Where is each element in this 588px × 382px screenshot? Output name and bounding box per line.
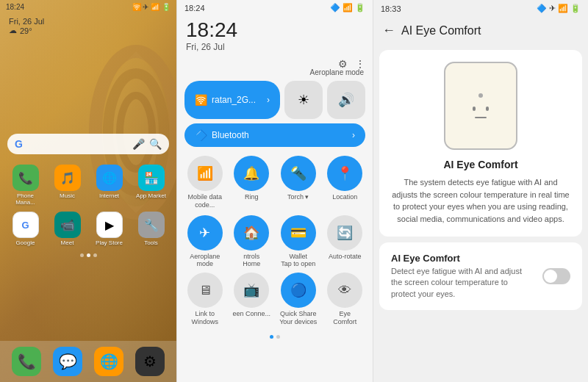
- app-market-icon: 🏪: [138, 165, 165, 191]
- qs-torch[interactable]: 🔦 Torch ▾: [278, 156, 319, 209]
- app-google-icon: G: [12, 212, 39, 238]
- qs-location[interactable]: 📍 Location: [325, 156, 366, 209]
- app-phone-manager[interactable]: 📞 Phone Mana...: [7, 165, 43, 206]
- home-search-bar[interactable]: G 🎤 🔍: [7, 134, 169, 154]
- dock-chrome[interactable]: 🌐: [94, 347, 123, 376]
- aeroplane-icon: ✈: [187, 215, 223, 251]
- ai-card-desc: The system detects eye fatigue with AI a…: [391, 176, 570, 225]
- qs-eye-comfort[interactable]: 👁 EyeComfort: [325, 273, 366, 326]
- home-screen-panel: 18:24 🛜 ✈ 📶 🔋 Fri, 26 Jul ☁ 29° G 🎤 🔍 📞 …: [0, 0, 176, 382]
- google-logo: G: [15, 138, 23, 150]
- qs-wallet[interactable]: 💳 WalletTap to open: [278, 215, 319, 269]
- ai-setting-text: AI Eye Comfort Detect eye fatigue with A…: [391, 253, 534, 300]
- quick-share-label: Quick ShareYour devices: [279, 310, 317, 326]
- mobile-data-icon: 📶: [187, 156, 223, 191]
- home-dock: 📞 💬 🌐 ⚙: [0, 341, 176, 382]
- app-internet-label: Internet: [99, 192, 119, 199]
- qs-tiles-section: 🛜 ratan_2G... › ☀ 🔊 🔷 Bluetooth ›: [177, 76, 373, 151]
- qs-autorotate[interactable]: 🔄 Auto-rotate: [325, 215, 366, 269]
- qs-time-small: 18:24: [184, 4, 205, 12]
- qs-dot-1: [270, 335, 273, 339]
- home-time: 18:24: [6, 3, 24, 11]
- qs-row-wifi: 🛜 ratan_2G... › ☀ 🔊: [184, 81, 365, 119]
- qs-brightness-tile[interactable]: ☀: [284, 81, 323, 119]
- ai-setting-title: AI Eye Comfort: [391, 253, 534, 264]
- app-tools[interactable]: 🔧 Tools: [133, 212, 169, 246]
- ai-setting-card: AI Eye Comfort Detect eye fatigue with A…: [379, 242, 582, 310]
- link-windows-icon: 🖥: [187, 273, 223, 308]
- dock-settings[interactable]: ⚙: [135, 347, 165, 376]
- qs-mobile-data[interactable]: 📶 Mobile datacode...: [184, 156, 226, 209]
- qs-home[interactable]: 🏠 ntrolsHome: [232, 215, 273, 269]
- ai-eye-comfort-panel: 18:33 🔷 ✈ 📶 🔋 ← AI Eye Comfort AI Eye Co…: [373, 0, 588, 382]
- qs-status-bar: 18:24 🔷 📶 🔋: [177, 0, 373, 15]
- location-icon: 📍: [327, 156, 362, 191]
- app-phone-manager-icon: 📞: [12, 165, 39, 191]
- ring-icon: 🔔: [234, 156, 269, 191]
- torch-icon: 🔦: [281, 156, 316, 191]
- qs-screen-connect[interactable]: 📺 een Conne...: [232, 273, 273, 326]
- ai-header: ← AI Eye Comfort: [373, 17, 588, 44]
- app-grid-row2: G Google 📹 Meet ▶ Play Store 🔧 Tools: [0, 210, 176, 248]
- qs-volume-tile[interactable]: 🔊: [327, 81, 365, 119]
- phone-mouth: [475, 117, 487, 118]
- ai-status-icons: 🔷 ✈ 📶 🔋: [537, 4, 581, 13]
- autorotate-label: Auto-rotate: [329, 253, 362, 261]
- app-music[interactable]: 🎵 Music: [49, 165, 85, 206]
- dock-phone[interactable]: 📞: [12, 347, 41, 376]
- phone-eye-left: [473, 107, 476, 111]
- dot-1: [80, 253, 84, 257]
- mic-icon[interactable]: 🎤: [132, 138, 145, 150]
- app-music-icon: 🎵: [54, 165, 81, 191]
- app-playstore[interactable]: ▶ Play Store: [91, 212, 127, 246]
- back-button[interactable]: ←: [382, 23, 395, 38]
- home-temp: 29°: [20, 26, 32, 35]
- bluetooth-icon: 🔷: [195, 129, 207, 141]
- qs-aeroplane-label: Aeroplane mode: [177, 68, 373, 76]
- screen-connect-icon: 📺: [234, 273, 269, 308]
- ai-eye-comfort-toggle[interactable]: [542, 268, 570, 284]
- dock-messages[interactable]: 💬: [53, 347, 82, 376]
- phone-camera: [478, 93, 483, 98]
- qs-row-bt: 🔷 Bluetooth ›: [184, 123, 365, 147]
- home-dots: [0, 253, 176, 257]
- qs-ring[interactable]: 🔔 Ring: [232, 156, 273, 209]
- dot-3: [93, 253, 97, 257]
- wallet-label: WalletTap to open: [281, 253, 315, 269]
- home-status-icons: 🛜 ✈ 📶 🔋: [132, 3, 171, 11]
- home-weather: ☁ 29°: [9, 26, 168, 35]
- lens-icon[interactable]: 🔍: [149, 138, 162, 150]
- qs-link-windows[interactable]: 🖥 Link toWindows: [184, 273, 226, 326]
- app-internet[interactable]: 🌐 Internet: [91, 165, 127, 206]
- eye-comfort-label: EyeComfort: [333, 310, 356, 326]
- qs-bt-tile[interactable]: 🔷 Bluetooth ›: [184, 123, 365, 147]
- ring-label: Ring: [245, 193, 259, 201]
- bt-arrow-icon: ›: [352, 130, 355, 140]
- home-date-weather: Fri, 26 Jul ☁ 29°: [0, 14, 176, 38]
- phone-eyes: [473, 107, 489, 111]
- app-market[interactable]: 🏪 App Market: [133, 165, 169, 206]
- app-music-label: Music: [60, 192, 75, 199]
- wifi-icon: 🛜: [195, 94, 207, 106]
- app-meet[interactable]: 📹 Meet: [49, 212, 85, 246]
- qs-status-icons: 🔷 📶 🔋: [330, 3, 365, 12]
- phone-illustration: [444, 62, 517, 150]
- home-status-bar: 18:24 🛜 ✈ 📶 🔋: [0, 0, 176, 14]
- qs-icon-grid2: 🖥 Link toWindows 📺 een Conne... 🔵 Quick …: [177, 273, 373, 331]
- quick-share-icon: 🔵: [281, 273, 316, 308]
- app-playstore-label: Play Store: [96, 239, 123, 246]
- qs-aeroplane[interactable]: ✈ Aeroplanemode: [184, 215, 226, 269]
- ai-status-bar: 18:33 🔷 ✈ 📶 🔋: [373, 0, 588, 17]
- qs-quick-share[interactable]: 🔵 Quick ShareYour devices: [278, 273, 319, 326]
- ai-time: 18:33: [381, 4, 401, 13]
- app-meet-label: Meet: [61, 239, 74, 246]
- mobile-data-label: Mobile datacode...: [187, 193, 222, 209]
- qs-wifi-label: ratan_2G...: [212, 95, 256, 105]
- dot-2: [87, 253, 90, 257]
- qs-page-dots: [177, 335, 373, 339]
- qs-wifi-tile[interactable]: 🛜 ratan_2G... ›: [184, 81, 280, 119]
- app-google[interactable]: G Google: [7, 212, 43, 246]
- qs-time: 18:24: [177, 15, 373, 42]
- torch-label: Torch ▾: [287, 193, 309, 201]
- app-phone-manager-label: Phone Mana...: [7, 192, 43, 206]
